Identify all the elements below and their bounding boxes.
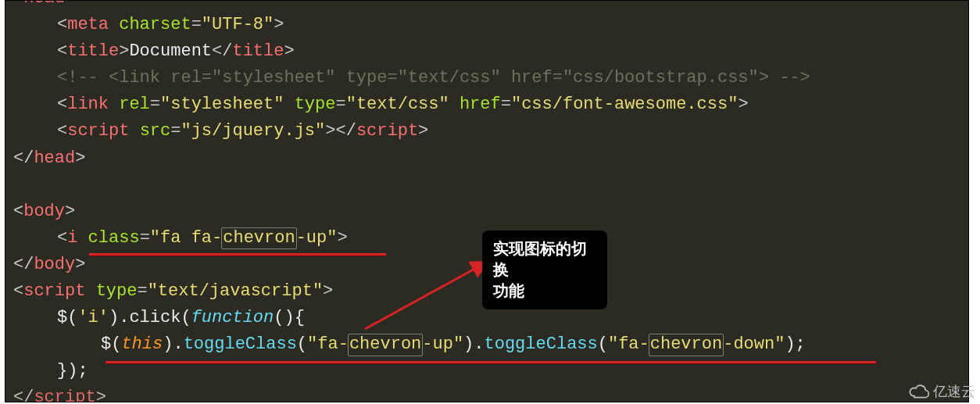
underline-annotation xyxy=(89,253,386,256)
code-line: <meta charset="UTF-8"> xyxy=(13,12,968,38)
code-line: <head> xyxy=(13,0,968,12)
underline-annotation xyxy=(106,361,876,364)
callout-text: 功能 xyxy=(493,281,596,302)
watermark: 亿速云 xyxy=(908,382,975,401)
code-editor[interactable]: <head> <meta charset="UTF-8"> <title>Doc… xyxy=(5,0,969,402)
code-line: <body> xyxy=(13,198,968,225)
callout-text: 实现图标的切换 xyxy=(493,238,596,281)
cloud-icon xyxy=(908,384,930,399)
code-line: <title>Document</title> xyxy=(13,38,968,65)
code-line: </head> xyxy=(13,145,968,172)
code-line: <script src="js/jquery.js"></script> xyxy=(13,118,968,145)
code-line: </script> xyxy=(13,384,968,402)
code-line: <link rel="stylesheet" type="text/css" h… xyxy=(13,91,968,118)
annotation-callout: 实现图标的切换 功能 xyxy=(482,231,607,309)
watermark-text: 亿速云 xyxy=(933,382,975,401)
code-line-js: $(this).toggleClass("fa-chevron-up").tog… xyxy=(13,331,968,358)
code-line-comment: <!-- <link rel="stylesheet" type="text/c… xyxy=(13,65,968,91)
code-line-blank xyxy=(13,172,968,198)
